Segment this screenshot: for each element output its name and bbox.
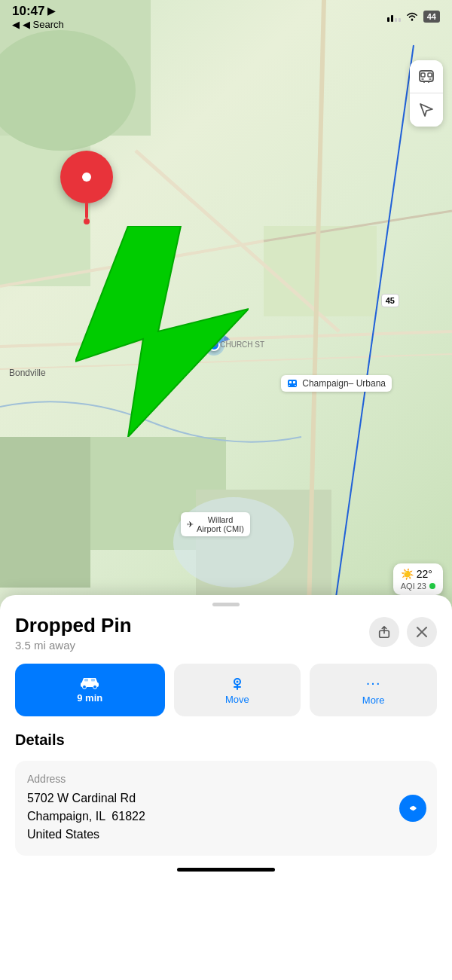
my-location-button[interactable] xyxy=(410,93,443,127)
drive-time-label: 9 min xyxy=(77,692,102,704)
move-pin-icon xyxy=(229,674,246,691)
svg-rect-23 xyxy=(293,381,295,383)
transit-icon xyxy=(418,69,435,85)
pin-dot xyxy=(84,218,90,224)
annotation-arrow xyxy=(75,226,249,440)
map-view[interactable]: Bondville W CHURCH ST Champaign– Urbana … xyxy=(0,0,452,610)
address-card: Address 5702 W Cardinal RdChampaign, IL … xyxy=(15,761,437,856)
aqi-dot xyxy=(429,583,435,589)
svg-rect-10 xyxy=(0,437,90,588)
map-label-willard-airport: ✈ WillardAirport (CMI) xyxy=(181,512,250,536)
svg-rect-31 xyxy=(428,73,432,77)
pin-icon xyxy=(75,166,98,188)
map-label-bondville: Bondville xyxy=(9,368,46,378)
home-bar xyxy=(177,868,275,872)
address-value: 5702 W Cardinal RdChampaign, IL 61822Uni… xyxy=(27,789,425,844)
svg-point-41 xyxy=(93,685,97,689)
weather-temperature: ☀️ 22° xyxy=(401,568,435,580)
back-icon: ◀ xyxy=(12,19,20,30)
svg-rect-43 xyxy=(91,679,95,682)
time-label: 10:47 xyxy=(12,4,44,19)
map-label-champaign: Champaign– Urbana xyxy=(281,375,392,392)
details-heading: Details xyxy=(15,731,437,749)
dropped-pin[interactable] xyxy=(60,151,113,203)
details-section: Details Address 5702 W Cardinal RdChampa… xyxy=(0,731,452,856)
status-time: 10:47 ▶ xyxy=(12,4,64,19)
sheet-handle[interactable] xyxy=(0,595,452,611)
status-bar: 10:47 ▶ ◀ ◀ Search 44 xyxy=(0,0,452,33)
home-indicator xyxy=(0,856,452,878)
bottom-sheet: Dropped Pin 3.5 mi away xyxy=(0,595,452,980)
drag-handle xyxy=(212,603,240,606)
location-arrow-icon: ▶ xyxy=(47,5,55,17)
svg-rect-30 xyxy=(421,73,425,77)
svg-marker-28 xyxy=(75,226,249,437)
svg-point-40 xyxy=(83,685,87,689)
drive-button[interactable]: 9 min xyxy=(15,664,165,716)
move-button[interactable]: Move xyxy=(174,664,301,716)
svg-rect-2 xyxy=(395,18,397,22)
directions-button[interactable] xyxy=(399,795,426,822)
svg-point-18 xyxy=(173,497,294,588)
svg-rect-25 xyxy=(295,385,296,386)
svg-rect-22 xyxy=(289,381,292,383)
more-button[interactable]: ··· More xyxy=(310,664,437,716)
svg-rect-3 xyxy=(399,18,401,22)
share-icon xyxy=(377,625,391,639)
weather-badge[interactable]: ☀️ 22° AQI 23 xyxy=(393,563,443,595)
svg-rect-21 xyxy=(288,380,297,387)
more-dots-icon: ··· xyxy=(366,674,381,691)
signal-icon xyxy=(387,11,401,22)
weather-sun-icon: ☀️ xyxy=(401,568,414,580)
sheet-title-group: Dropped Pin 3.5 mi away xyxy=(15,614,132,652)
wifi-icon xyxy=(405,11,419,22)
svg-rect-1 xyxy=(391,15,393,22)
search-label: ◀ Search xyxy=(23,19,64,30)
sheet-action-buttons xyxy=(369,617,437,647)
sheet-subtitle: 3.5 mi away xyxy=(15,639,132,652)
battery-level: 44 xyxy=(427,12,436,21)
move-label: Move xyxy=(225,694,249,705)
address-label: Address xyxy=(27,773,425,785)
sheet-header: Dropped Pin 3.5 mi away xyxy=(0,611,452,664)
status-right: 44 xyxy=(387,11,440,23)
svg-rect-0 xyxy=(387,17,389,22)
status-left: 10:47 ▶ ◀ ◀ Search xyxy=(12,4,64,30)
share-button[interactable] xyxy=(369,617,399,647)
directions-icon xyxy=(406,801,420,815)
location-arrow-icon xyxy=(419,102,434,118)
sheet-title: Dropped Pin xyxy=(15,614,132,637)
svg-point-45 xyxy=(236,681,238,683)
route-45-badge: 45 xyxy=(381,294,399,307)
weather-aqi: AQI 23 xyxy=(401,582,435,591)
more-label: More xyxy=(362,695,385,706)
transit-icon-map xyxy=(287,378,298,389)
svg-point-4 xyxy=(411,19,413,21)
pin-bubble xyxy=(60,151,113,203)
svg-rect-42 xyxy=(84,679,88,682)
close-icon xyxy=(417,627,427,637)
transit-button[interactable] xyxy=(410,60,443,93)
map-background: Bondville W CHURCH ST Champaign– Urbana … xyxy=(0,0,452,610)
car-icon xyxy=(80,674,99,689)
action-buttons-row: 9 min Move ··· More xyxy=(0,664,452,731)
map-controls xyxy=(410,60,443,127)
back-search-button[interactable]: ◀ ◀ Search xyxy=(12,19,64,30)
svg-rect-24 xyxy=(289,385,290,386)
close-button[interactable] xyxy=(407,617,437,647)
battery-indicator: 44 xyxy=(423,11,440,23)
